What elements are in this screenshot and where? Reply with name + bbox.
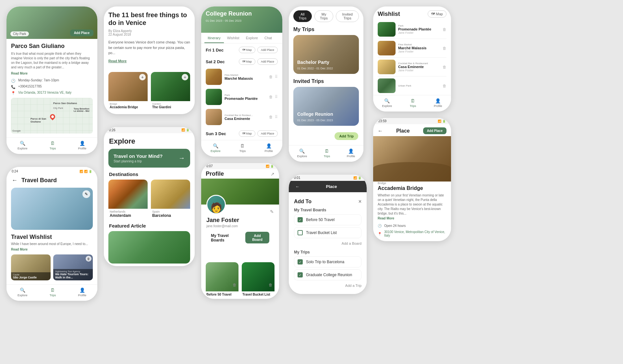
wl-type-2: Flea Market [398,43,440,46]
column-1: City Park Add Place Parco San Giuliano I… [6,6,97,301]
drag-handle-1[interactable]: ⠿ [275,75,278,79]
board-read-more[interactable]: Read More [11,248,93,251]
map-day-button-1[interactable]: 🗺 Map [239,47,255,53]
nav-explore-9[interactable]: 🔍 Explore [382,98,392,108]
tab-explore[interactable]: Explore [243,33,261,43]
add-place-button[interactable]: Add Place [70,29,93,36]
profile-email: jane.foster@mail.com [201,224,279,232]
place-address-10[interactable]: 30100 Venice, Metropolitan City of Venic… [384,230,446,237]
add-place-day-button-1[interactable]: Add Place [257,47,278,53]
trip-check-1[interactable]: ✓ Solo Trip to Barcelona [294,256,361,267]
nav-trips-7[interactable]: 🗓 Trips [324,148,330,158]
nav-profile[interactable]: 👤 Profile [78,140,86,150]
delete-place-button-2[interactable]: 🗑 [269,95,273,99]
status-bar-4: 0:26 📶🔋 [104,127,195,133]
travel-banner[interactable]: Travel on Your Mind? Start planning a tr… [108,149,190,168]
add-place-button-10[interactable]: Add Place [423,127,446,134]
board-check-2[interactable]: Travel Bucket List [294,227,361,238]
day-label-3: Sun 3 Dec [206,131,226,136]
tab-chat[interactable]: Chat [261,33,275,43]
share-icon[interactable]: ↗ [271,171,275,177]
item-name: São Jorge Castle [13,276,49,279]
nav-explore-2[interactable]: 🔍 Explore [18,287,28,297]
back-arrow-8[interactable]: ← [295,184,299,189]
phone-place-parco: City Park Add Place Parco San Giuliano I… [6,6,97,154]
wl-delete-button-1[interactable]: 🗑 [443,27,446,32]
nav-trips-5[interactable]: 🗓 Trips [239,143,246,153]
drag-handle-2[interactable]: ⠿ [275,95,278,99]
edit-profile-button[interactable]: ✎ [270,209,274,214]
delete-place-button-1[interactable]: 🗑 [269,75,273,79]
wl-delete-button-4[interactable]: 🗑 [443,84,446,88]
nav-profile-7[interactable]: 👤 Profile [347,148,355,158]
article-read-more[interactable]: Read More [108,59,127,63]
filter-my-trips[interactable]: My Trips [314,10,334,22]
place-address[interactable]: Via Orlanda, 30173 Venezia VE, Italy [18,91,71,94]
trip-card-name-2: College Reunion [297,112,333,117]
list-item: Cocktail Bar & Restaurant Casa Eminente … [373,58,451,76]
add-board-link[interactable]: Add a Board [294,240,361,247]
nav-profile-9[interactable]: 👤 Profile [434,98,442,108]
nav-trips-2[interactable]: 🗓 Trips [50,287,56,297]
add-place-card-button[interactable]: + [139,74,146,80]
delete-board-button-1[interactable]: 🗑 [233,283,237,287]
tab-wishlist[interactable]: Wishlist [224,33,243,43]
nav-trips-9[interactable]: 🗓 Trips [410,98,416,108]
phone-itinerary: College Reunion 01 Dec 2023 - 05 Dec 202… [201,6,282,157]
wl-author-2: Jane Foster [398,50,440,53]
bottom-nav-5: 🔍 Explore 🗓 Trips 👤 Profile [201,140,282,157]
list-item: Cocktail Bar & Restaur... Casa Eminente … [201,107,282,127]
nav-explore[interactable]: 🔍 Explore [18,140,28,150]
trip-check-2[interactable]: ✓ Graduate College Reunion [294,269,361,280]
add-trip-button[interactable]: Add Trip [335,132,358,140]
wl-delete-button-3[interactable]: 🗑 [443,65,446,69]
checkbox-bucket[interactable] [298,230,303,235]
nav-profile-2[interactable]: 👤 Profile [78,287,86,297]
featured-article-image[interactable] [108,231,190,264]
add-place-day-button-2[interactable]: Add Place [257,58,278,65]
nav-explore-7[interactable]: 🔍 Explore [297,148,307,158]
trip-card-bachelor[interactable]: Bachelor Party 01 Dec 2022 - 01 Dec 2022 [293,35,359,74]
wishlist-map-button[interactable]: 🗺 Map [428,10,446,18]
add-place-card-button-2[interactable]: + [182,74,188,80]
map-day-button-2[interactable]: 🗺 Map [239,58,255,65]
nav-trips-label-7: Trips [324,155,330,158]
checkbox-before50[interactable]: ✓ [298,217,303,222]
nav-trips[interactable]: 🗓 Trips [50,140,56,150]
filter-all-trips[interactable]: All Trips [293,10,312,22]
filter-invited-trips[interactable]: Invited Trips [336,10,359,22]
edit-board-button[interactable]: ✎ [82,190,90,198]
google-logo: Google [12,129,21,132]
add-trip-link[interactable]: Add a Trip [294,282,361,289]
place-map[interactable]: Parco San Giuliano City Park Parco di Sa… [11,98,93,134]
wl-author-1: Jane Foster [398,31,440,34]
nav-explore-5[interactable]: 🔍 Explore [211,143,221,153]
day-label-2: Sat 2 Dec [206,59,225,64]
list-item[interactable]: Spain Barcelona [151,180,190,219]
wl-delete-button-2[interactable]: 🗑 [443,46,446,51]
delete-place-button-3[interactable]: 🗑 [269,115,273,119]
board-check-1[interactable]: ✓ Before 50 Travel [294,214,361,225]
place-name-3: Casa Eminente [225,117,266,121]
delete-item-button[interactable]: 🗑 [86,256,92,262]
map-day-button-3[interactable]: 🗺 Map [239,130,255,137]
read-more-link[interactable]: Read More [11,72,93,75]
back-button-10[interactable]: ← [378,128,383,134]
itinerary-tabs: Itinerary Wishlist Explore Chat [201,33,282,43]
nav-profile-5[interactable]: 👤 Profile [264,143,273,153]
add-board-button[interactable]: Add Board [245,232,269,243]
list-item[interactable]: Netherlands Amsterdam [108,180,148,219]
back-button[interactable]: ← [12,177,18,184]
checkbox-grad[interactable]: ✓ [298,272,303,277]
trips-section-label-sheet: My Trips [294,250,361,254]
trip-card-college[interactable]: College Reunion 01 Dec 2023 - 05 Dec 202… [293,87,359,126]
add-place-day-button-3[interactable]: Add Place [257,130,278,137]
location-icon-10: 📍 [378,232,382,236]
close-sheet-button[interactable]: × [359,199,361,205]
checkbox-solo[interactable]: ✓ [298,259,303,264]
nav-explore-label-7: Explore [297,155,307,158]
tab-itinerary[interactable]: Itinerary [204,33,224,43]
drag-handle-3[interactable]: ⠿ [275,115,278,119]
delete-board-button-2[interactable]: 🗑 [269,283,273,287]
read-more-10[interactable]: Read More [373,216,451,223]
